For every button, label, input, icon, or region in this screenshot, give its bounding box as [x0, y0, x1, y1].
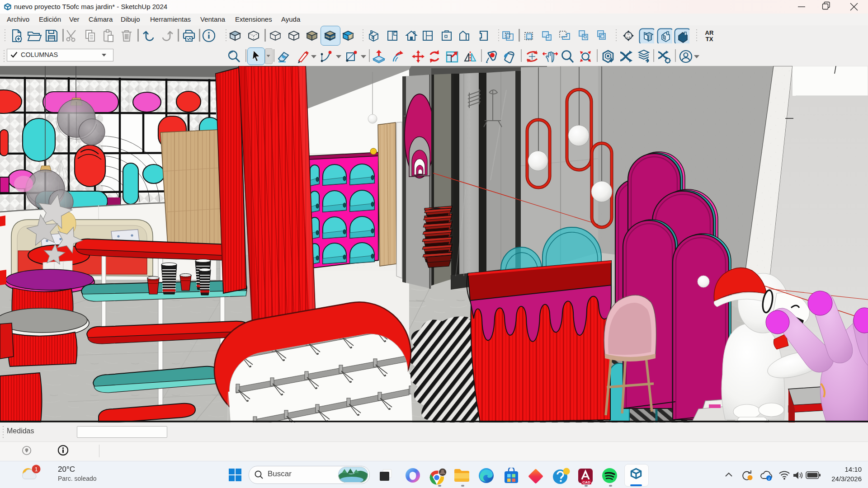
svg-text:1: 1: [34, 466, 38, 473]
svg-text:A-B: A-B: [626, 36, 631, 39]
svg-text:AR: AR: [705, 29, 714, 36]
svg-text:CAD: CAD: [582, 480, 590, 484]
svg-text:TX: TX: [706, 36, 713, 42]
svg-text:C: C: [627, 33, 630, 35]
